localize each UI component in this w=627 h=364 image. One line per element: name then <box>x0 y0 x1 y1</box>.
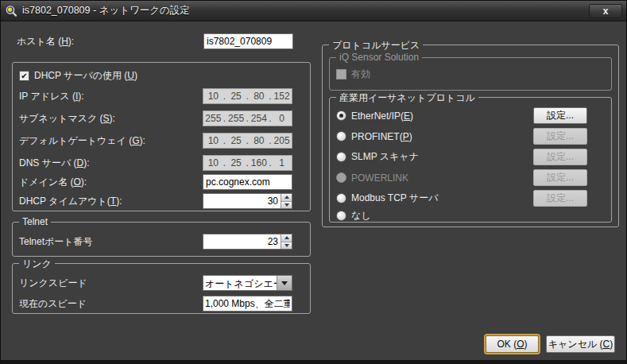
arrow-down-icon <box>284 203 289 207</box>
subnet-mask-row: サブネットマスク (S): 255 255 254 0 <box>19 110 292 126</box>
dns-server-field: 10 25 160 1 <box>203 155 292 171</box>
spinner-down-button[interactable] <box>281 201 292 209</box>
octet: 205 <box>272 135 292 146</box>
protocol-services-group: プロトコルサービス iQ Sensor Solution 有効 産業用イーサネッ… <box>322 45 619 227</box>
slmp-settings-button: 設定... <box>533 149 587 165</box>
spinner-up-button[interactable] <box>281 194 292 201</box>
close-icon: x <box>603 6 609 16</box>
octet: 255 <box>203 113 223 124</box>
slmp-scanner-radio[interactable] <box>336 152 346 162</box>
dhcp-timeout-row: DHCP タイムアウト(T): <box>19 193 292 209</box>
slmp-scanner-label: SLMP スキャナ <box>351 150 419 164</box>
ip-address-field: 10 25 80 152 <box>203 88 292 104</box>
link-speed-combobox[interactable]: オートネゴシエー <box>203 275 292 291</box>
modbus-tcp-label: Modbus TCP サーバ <box>351 192 439 205</box>
octet: 25 <box>226 157 246 168</box>
telnet-port-row: Telnetポート番号 <box>19 234 292 250</box>
telnet-group: Telnet Telnetポート番号 <box>12 222 311 257</box>
octet: 10 <box>203 157 223 168</box>
arrow-up-icon <box>284 196 289 199</box>
default-gateway-label: デフォルトゲートウェイ (G): <box>19 134 145 148</box>
octet: 25 <box>226 91 246 102</box>
dns-server-row: DNS サーバ (D): 10 25 160 1 <box>19 155 292 171</box>
chevron-down-icon <box>281 281 288 285</box>
close-button[interactable]: x <box>589 4 622 18</box>
domain-name-label: ドメイン名 (O): <box>19 176 87 189</box>
iqss-enable-checkbox <box>336 69 346 79</box>
iq-sensor-solution-group-title: iQ Sensor Solution <box>336 52 422 63</box>
octet: 25 <box>226 135 246 146</box>
window-title: is7802_070809 - ネットワークの設定 <box>22 4 190 17</box>
current-speed-input[interactable] <box>203 296 292 312</box>
octet: 80 <box>250 91 269 102</box>
host-name-label: ホスト名 (H): <box>17 35 74 48</box>
dhcp-use-label: DHCP サーバの使用 (U) <box>34 69 137 83</box>
subnet-mask-field: 255 255 254 0 <box>203 110 292 126</box>
domain-name-input[interactable] <box>203 174 292 190</box>
check-icon <box>21 70 27 81</box>
ethernet-ip-label: EtherNet/IP(E) <box>351 110 413 122</box>
octet: 255 <box>226 113 246 124</box>
host-name-input[interactable] <box>203 33 293 49</box>
profinet-radio[interactable] <box>336 131 346 141</box>
cancel-button[interactable]: キャンセル (C) <box>546 335 615 353</box>
protocol-services-group-title: プロトコルサービス <box>329 39 423 52</box>
dhcp-timeout-input[interactable] <box>203 194 281 208</box>
protocol-option-row: EtherNet/IP(E) 設定... <box>336 107 587 124</box>
ip-address-label: IP アドレス (I): <box>19 90 84 103</box>
telnet-group-title: Telnet <box>19 216 51 227</box>
ethernet-ip-settings-button[interactable]: 設定... <box>533 107 587 124</box>
none-radio[interactable] <box>336 211 346 221</box>
insight-app-icon <box>5 5 17 17</box>
arrow-down-icon <box>284 244 289 247</box>
protocol-option-row: PROFINET(P) 設定... <box>336 128 587 145</box>
ethernet-ip-radio[interactable] <box>336 110 346 121</box>
modbus-settings-button: 設定... <box>533 190 587 207</box>
powerlink-settings-button: 設定... <box>533 169 587 186</box>
protocol-option-row: POWERLINK 設定... <box>336 169 587 186</box>
link-speed-value: オートネゴシエー <box>203 276 277 290</box>
dhcp-group: DHCP サーバの使用 (U) IP アドレス (I): 10 25 80 15… <box>12 62 311 211</box>
octet: 80 <box>250 135 269 146</box>
dhcp-use-checkbox[interactable] <box>19 71 29 81</box>
arrow-up-icon <box>284 236 289 239</box>
combo-dropdown-button[interactable] <box>277 276 292 290</box>
link-speed-label: リンクスピード <box>19 277 87 290</box>
profinet-label: PROFINET(P) <box>351 131 412 142</box>
iqss-enable-row: 有効 <box>336 68 594 80</box>
spinner-buttons <box>281 234 292 249</box>
powerlink-radio <box>336 172 346 183</box>
powerlink-label: POWERLINK <box>351 172 408 184</box>
dhcp-timeout-spinner <box>203 193 292 209</box>
iqss-enable-label: 有効 <box>351 68 370 81</box>
telnet-port-spinner <box>203 234 292 250</box>
dhcp-timeout-label: DHCP タイムアウト(T): <box>19 195 122 208</box>
profinet-settings-button: 設定... <box>533 128 587 145</box>
current-speed-row: 現在のスピード <box>19 296 292 312</box>
link-speed-row: リンクスピード オートネゴシエー <box>19 275 292 291</box>
industrial-ethernet-group-title: 産業用イーサネットプロトコル <box>336 91 478 105</box>
octet: 10 <box>203 91 223 102</box>
protocol-option-row: SLMP スキャナ 設定... <box>336 149 587 165</box>
default-gateway-field: 10 25 80 205 <box>203 133 292 149</box>
protocol-option-row: Modbus TCP サーバ 設定... <box>336 190 587 207</box>
telnet-port-input[interactable] <box>203 234 281 249</box>
link-group: リンク リンクスピード オートネゴシエー 現在のスピード <box>12 263 311 314</box>
ok-button[interactable]: OK (O) <box>486 335 539 353</box>
octet: 10 <box>203 135 223 146</box>
subnet-mask-label: サブネットマスク (S): <box>19 112 115 126</box>
octet: 1 <box>272 157 292 168</box>
octet: 254 <box>250 113 269 124</box>
spinner-up-button[interactable] <box>281 234 292 242</box>
spinner-buttons <box>281 194 292 208</box>
protocol-option-row: なし <box>336 209 587 222</box>
network-settings-dialog: is7802_070809 - ネットワークの設定 x ホスト名 (H): DH… <box>0 0 627 364</box>
dhcp-use-row: DHCP サーバの使用 (U) <box>19 69 292 82</box>
title-bar[interactable]: is7802_070809 - ネットワークの設定 x <box>1 1 626 21</box>
octet: 160 <box>250 157 269 168</box>
spinner-down-button[interactable] <box>281 242 292 250</box>
modbus-tcp-radio[interactable] <box>336 193 346 203</box>
domain-name-row: ドメイン名 (O): <box>19 174 292 190</box>
default-gateway-row: デフォルトゲートウェイ (G): 10 25 80 205 <box>19 133 292 149</box>
dns-server-label: DNS サーバ (D): <box>19 157 90 170</box>
